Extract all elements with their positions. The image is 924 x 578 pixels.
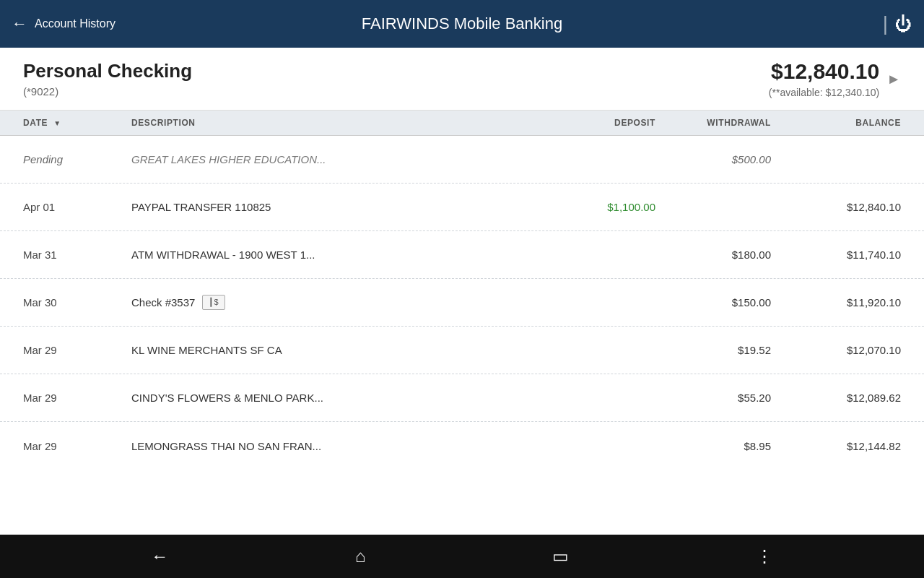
cell-description: KL WINE MERCHANTS SF CA (131, 344, 540, 356)
check-image-icon[interactable]: ┃$ (202, 295, 225, 310)
table-row[interactable]: Mar 31 ATM WITHDRAWAL - 1900 WEST 1... $… (0, 231, 924, 279)
table-row[interactable]: Mar 29 KL WINE MERCHANTS SF CA $19.52 $1… (0, 327, 924, 374)
recents-nav-icon[interactable]: ▭ (552, 546, 569, 566)
cell-deposit: $1,100.00 (540, 201, 655, 213)
account-left: Personal Checking (*9022) (23, 60, 192, 98)
cell-withdrawal: $500.00 (655, 153, 771, 165)
cell-balance: $12,070.10 (771, 344, 901, 356)
account-balance: $12,840.10 (769, 59, 879, 84)
table-row[interactable]: Pending GREAT LAKES HIGHER EDUCATION... … (0, 136, 924, 184)
cell-description: PAYPAL TRANSFER 110825 (131, 201, 540, 213)
chevron-right-icon[interactable]: ► (886, 71, 901, 87)
table-row[interactable]: Mar 29 CINDY'S FLOWERS & MENLO PARK... $… (0, 374, 924, 422)
header-divider: | (883, 12, 888, 35)
transactions-table: Pending GREAT LAKES HIGHER EDUCATION... … (0, 136, 924, 535)
cell-date: Mar 29 (23, 392, 131, 404)
cell-balance: $11,740.10 (771, 249, 901, 261)
back-nav-icon[interactable]: ← (151, 546, 168, 566)
cell-description: LEMONGRASS THAI NO SAN FRAN... (131, 440, 540, 452)
account-name: Personal Checking (23, 60, 192, 82)
cell-withdrawal: $55.20 (655, 392, 771, 404)
home-nav-icon[interactable]: ⌂ (355, 546, 366, 566)
header-left: ← Account History (12, 14, 187, 33)
cell-date: Mar 29 (23, 344, 131, 356)
cell-balance: $11,920.10 (771, 296, 901, 309)
cell-balance: $12,840.10 (771, 201, 901, 213)
table-header: DATE ▼ DESCRIPTION DEPOSIT WITHDRAWAL BA… (0, 111, 924, 136)
cell-date: Pending (23, 153, 131, 165)
app-header: ← Account History FAIRWINDS Mobile Banki… (0, 0, 924, 48)
cell-date: Mar 31 (23, 249, 131, 261)
cell-balance: $12,089.62 (771, 392, 901, 404)
cell-date: Apr 01 (23, 201, 131, 213)
cell-description: GREAT LAKES HIGHER EDUCATION... (131, 153, 540, 165)
account-info-bar: Personal Checking (*9022) $12,840.10 (**… (0, 48, 924, 111)
cell-description: ATM WITHDRAWAL - 1900 WEST 1... (131, 249, 540, 261)
col-balance: BALANCE (771, 118, 901, 128)
account-number: (*9022) (23, 85, 192, 98)
col-description: DESCRIPTION (131, 118, 540, 128)
account-available: (**available: $12,340.10) (769, 87, 879, 98)
cell-description: Check #3537┃$ (131, 295, 540, 310)
main-content: Personal Checking (*9022) $12,840.10 (**… (0, 48, 924, 535)
cell-withdrawal: $8.95 (655, 440, 771, 452)
table-row[interactable]: Mar 30 Check #3537┃$ $150.00 $11,920.10 (0, 279, 924, 327)
col-date[interactable]: DATE ▼ (23, 118, 131, 128)
account-right: $12,840.10 (**available: $12,340.10) ► (769, 59, 901, 98)
header-right: | ⏻ (883, 12, 912, 35)
app-title: FAIRWINDS Mobile Banking (362, 14, 562, 33)
col-deposit: DEPOSIT (540, 118, 655, 128)
bottom-navigation: ← ⌂ ▭ ⋮ (0, 535, 924, 578)
cell-withdrawal: $19.52 (655, 344, 771, 356)
back-arrow-icon[interactable]: ← (12, 14, 27, 33)
account-balance-group: $12,840.10 (**available: $12,340.10) (769, 59, 879, 98)
table-row[interactable]: Mar 29 LEMONGRASS THAI NO SAN FRAN... $8… (0, 422, 924, 470)
account-history-label[interactable]: Account History (35, 17, 116, 30)
more-nav-icon[interactable]: ⋮ (756, 546, 773, 566)
col-withdrawal: WITHDRAWAL (655, 118, 771, 128)
cell-description: CINDY'S FLOWERS & MENLO PARK... (131, 392, 540, 404)
cell-balance: $12,144.82 (771, 440, 901, 452)
cell-withdrawal: $180.00 (655, 249, 771, 261)
cell-date: Mar 30 (23, 296, 131, 309)
sort-arrow-icon: ▼ (53, 119, 61, 127)
power-icon[interactable]: ⏻ (895, 14, 912, 34)
table-row[interactable]: Apr 01 PAYPAL TRANSFER 110825 $1,100.00 … (0, 184, 924, 231)
cell-date: Mar 29 (23, 440, 131, 452)
cell-withdrawal: $150.00 (655, 296, 771, 309)
